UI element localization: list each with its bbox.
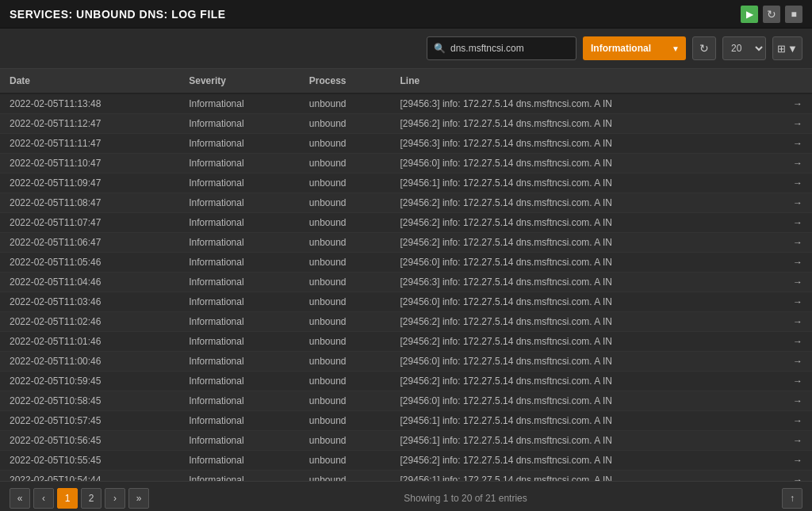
cell-process: unbound	[300, 411, 391, 431]
row-arrow-button[interactable]: →	[766, 174, 812, 193]
table-row: 2022-02-05T11:13:48Informationalunbound[…	[0, 93, 812, 114]
cell-date: 2022-02-05T10:58:45	[0, 391, 179, 411]
search-icon: 🔍	[434, 43, 446, 54]
prev-page-button[interactable]: ‹	[33, 488, 54, 509]
row-arrow-button[interactable]: →	[766, 372, 812, 391]
cell-severity: Informational	[179, 253, 300, 273]
cell-date: 2022-02-05T10:57:45	[0, 411, 179, 431]
page-1-button[interactable]: 1	[57, 488, 78, 509]
table-wrapper: Date Severity Process Line 2022-02-05T11…	[0, 69, 812, 481]
table-row: 2022-02-05T10:57:45Informationalunbound[…	[0, 411, 812, 431]
play-button[interactable]: ▶	[741, 6, 758, 23]
row-arrow-button[interactable]: →	[766, 93, 812, 114]
cell-date: 2022-02-05T11:10:47	[0, 154, 179, 174]
cell-process: unbound	[300, 154, 391, 174]
row-arrow-button[interactable]: →	[766, 391, 812, 411]
row-arrow-button[interactable]: →	[766, 253, 812, 273]
cell-process: unbound	[300, 292, 391, 312]
severity-select-wrapper: InformationalWarningErrorDebug ▼	[583, 36, 686, 60]
table-body: 2022-02-05T11:13:48Informationalunbound[…	[0, 93, 812, 481]
row-arrow-button[interactable]: →	[766, 312, 812, 332]
pagination: « ‹ 1 2 › »	[10, 488, 149, 509]
cell-line: [29456:1] info: 172.27.5.14 dns.msftncsi…	[391, 431, 766, 451]
cell-line: [29456:0] info: 172.27.5.14 dns.msftncsi…	[391, 154, 766, 174]
row-arrow-button[interactable]: →	[766, 114, 812, 134]
next-page-button[interactable]: ›	[105, 488, 125, 509]
cell-severity: Informational	[179, 134, 300, 154]
cell-severity: Informational	[179, 451, 300, 471]
cell-severity: Informational	[179, 273, 300, 292]
cell-line: [29456:2] info: 172.27.5.14 dns.msftncsi…	[391, 213, 766, 233]
table-row: 2022-02-05T11:06:47Informationalunbound[…	[0, 233, 812, 253]
row-arrow-button[interactable]: →	[766, 292, 812, 312]
cell-process: unbound	[300, 233, 391, 253]
header-controls: ▶ ↻ ■	[741, 6, 802, 23]
row-arrow-button[interactable]: →	[766, 273, 812, 292]
table-row: 2022-02-05T10:58:45Informationalunbound[…	[0, 391, 812, 411]
scroll-top-button[interactable]: ↑	[782, 488, 802, 509]
table-row: 2022-02-05T10:54:44Informationalunbound[…	[0, 471, 812, 482]
row-arrow-button[interactable]: →	[766, 332, 812, 352]
cell-severity: Informational	[179, 352, 300, 372]
cell-date: 2022-02-05T11:08:47	[0, 193, 179, 213]
cell-process: unbound	[300, 273, 391, 292]
table-row: 2022-02-05T10:59:45Informationalunbound[…	[0, 372, 812, 391]
cell-process: unbound	[300, 312, 391, 332]
table-row: 2022-02-05T11:05:46Informationalunbound[…	[0, 253, 812, 273]
cell-severity: Informational	[179, 391, 300, 411]
reload-button[interactable]: ↻	[692, 36, 716, 60]
table-row: 2022-02-05T10:56:45Informationalunbound[…	[0, 431, 812, 451]
cell-line: [29456:2] info: 172.27.5.14 dns.msftncsi…	[391, 312, 766, 332]
cell-severity: Informational	[179, 332, 300, 352]
first-page-button[interactable]: «	[10, 488, 30, 509]
search-input[interactable]	[450, 43, 569, 54]
header-bar: SERVICES: UNBOUND DNS: LOG FILE ▶ ↻ ■	[0, 0, 812, 29]
cell-line: [29456:0] info: 172.27.5.14 dns.msftncsi…	[391, 352, 766, 372]
table-row: 2022-02-05T11:00:46Informationalunbound[…	[0, 352, 812, 372]
cell-date: 2022-02-05T11:05:46	[0, 253, 179, 273]
cell-process: unbound	[300, 114, 391, 134]
row-arrow-button[interactable]: →	[766, 431, 812, 451]
table-row: 2022-02-05T10:55:45Informationalunbound[…	[0, 451, 812, 471]
row-arrow-button[interactable]: →	[766, 193, 812, 213]
table-row: 2022-02-05T11:11:47Informationalunbound[…	[0, 134, 812, 154]
row-arrow-button[interactable]: →	[766, 154, 812, 174]
cell-process: unbound	[300, 431, 391, 451]
cell-process: unbound	[300, 451, 391, 471]
last-page-button[interactable]: »	[128, 488, 149, 509]
header-row: Date Severity Process Line	[0, 69, 812, 93]
cell-severity: Informational	[179, 312, 300, 332]
row-arrow-button[interactable]: →	[766, 411, 812, 431]
row-arrow-button[interactable]: →	[766, 352, 812, 372]
cell-line: [29456:3] info: 172.27.5.14 dns.msftncsi…	[391, 93, 766, 114]
cell-severity: Informational	[179, 154, 300, 174]
per-page-select[interactable]: 102050100	[722, 36, 766, 60]
cell-severity: Informational	[179, 93, 300, 114]
severity-select[interactable]: InformationalWarningErrorDebug	[583, 36, 686, 60]
stop-button[interactable]: ■	[785, 6, 802, 23]
cell-date: 2022-02-05T11:00:46	[0, 352, 179, 372]
row-arrow-button[interactable]: →	[766, 451, 812, 471]
cell-line: [29456:2] info: 172.27.5.14 dns.msftncsi…	[391, 233, 766, 253]
search-wrapper: 🔍	[427, 36, 576, 60]
cell-severity: Informational	[179, 193, 300, 213]
cell-line: [29456:2] info: 172.27.5.14 dns.msftncsi…	[391, 332, 766, 352]
columns-button[interactable]: ⊞ ▼	[772, 36, 802, 60]
cell-date: 2022-02-05T11:01:46	[0, 332, 179, 352]
toolbar: 🔍 InformationalWarningErrorDebug ▼ ↻ 102…	[0, 29, 812, 69]
row-arrow-button[interactable]: →	[766, 233, 812, 253]
cell-severity: Informational	[179, 114, 300, 134]
row-arrow-button[interactable]: →	[766, 471, 812, 482]
page-title: SERVICES: UNBOUND DNS: LOG FILE	[10, 8, 226, 21]
cell-severity: Informational	[179, 174, 300, 193]
refresh-button[interactable]: ↻	[763, 6, 780, 23]
col-process: Process	[300, 69, 391, 93]
row-arrow-button[interactable]: →	[766, 213, 812, 233]
cell-process: unbound	[300, 372, 391, 391]
row-arrow-button[interactable]: →	[766, 134, 812, 154]
page-2-button[interactable]: 2	[81, 488, 102, 509]
table-row: 2022-02-05T11:09:47Informationalunbound[…	[0, 174, 812, 193]
cell-line: [29456:2] info: 172.27.5.14 dns.msftncsi…	[391, 114, 766, 134]
table-row: 2022-02-05T11:12:47Informationalunbound[…	[0, 114, 812, 134]
table-row: 2022-02-05T11:02:46Informationalunbound[…	[0, 312, 812, 332]
